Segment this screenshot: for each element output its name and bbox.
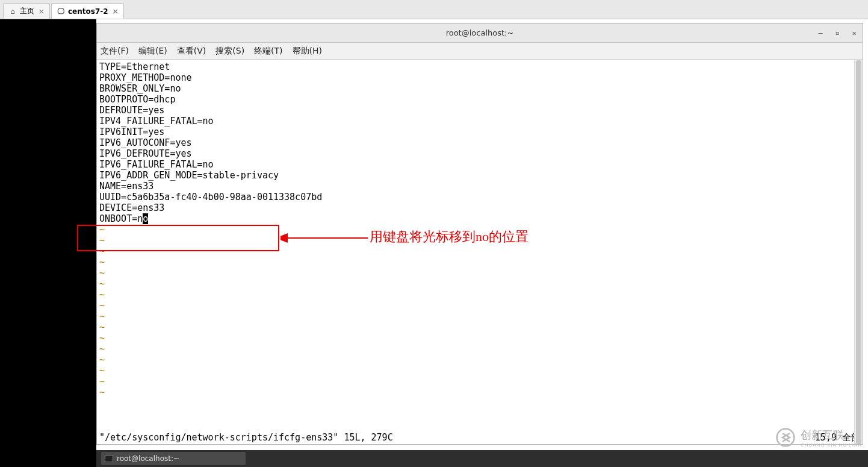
- close-button[interactable]: ✕: [849, 29, 859, 37]
- watermark-text-top: 创新互联: [801, 428, 862, 442]
- config-line: BOOTPROTO=dhcp: [99, 94, 860, 105]
- terminal-body[interactable]: TYPE=EthernetPROXY_METHOD=noneBROWSER_ON…: [97, 60, 863, 444]
- config-line: IPV6_DEFROUTE=yes: [99, 148, 860, 159]
- terminal-menubar: 文件(F) 编辑(E) 查看(V) 搜索(S) 终端(T) 帮助(H): [97, 43, 863, 60]
- config-line: IPV6INIT=yes: [99, 127, 860, 137]
- vm-sidebar: [0, 19, 96, 467]
- vm-icon: 🖵: [57, 7, 65, 16]
- maximize-button[interactable]: ▫: [832, 29, 842, 37]
- config-line: BROWSER_ONLY=no: [99, 83, 860, 94]
- vim-status-line: "/etc/sysconfig/network-scripts/ifcfg-en…: [99, 432, 860, 443]
- window-titlebar: root@localhost:~ — ▫ ✕: [97, 24, 863, 43]
- scrollbar-thumb[interactable]: [856, 60, 861, 444]
- watermark-logo-icon: [775, 427, 796, 448]
- config-line: NAME=ens33: [99, 181, 860, 192]
- menu-terminal[interactable]: 终端(T): [254, 46, 282, 57]
- svg-point-1: [777, 429, 795, 447]
- tab-home-label: 主页: [20, 6, 34, 16]
- window-title: root@localhost:~: [446, 28, 514, 37]
- vim-empty-line: ~: [99, 376, 860, 387]
- vim-empty-line: ~: [99, 300, 860, 311]
- gnome-taskbar: root@localhost:~: [96, 450, 868, 467]
- watermark: 创新互联 CHUANG XIN HU LIAN: [775, 427, 862, 448]
- terminal-icon: [105, 455, 113, 462]
- vim-empty-line: ~: [99, 224, 860, 235]
- terminal-scrollbar[interactable]: [854, 60, 863, 444]
- workstation-tab-bar: ⌂ 主页 × 🖵 centos7-2 ×: [0, 0, 868, 19]
- config-line: IPV6_ADDR_GEN_MODE=stable-privacy: [99, 170, 860, 181]
- menu-file[interactable]: 文件(F): [101, 46, 129, 57]
- config-line: TYPE=Ethernet: [99, 61, 860, 72]
- tab-vm-centos[interactable]: 🖵 centos7-2 ×: [51, 3, 124, 19]
- vim-empty-line: ~: [99, 333, 860, 343]
- vim-empty-line: ~: [99, 257, 860, 268]
- text-cursor: o: [143, 213, 148, 224]
- taskbar-item-terminal[interactable]: root@localhost:~: [101, 452, 246, 465]
- config-line: DEVICE=ens33: [99, 202, 860, 213]
- vim-empty-line: ~: [99, 354, 860, 365]
- home-icon: ⌂: [8, 7, 17, 16]
- tab-vm-label: centos7-2: [68, 7, 108, 16]
- close-icon[interactable]: ×: [111, 7, 120, 16]
- watermark-text-bottom: CHUANG XIN HU LIAN: [801, 442, 862, 448]
- vim-empty-line: ~: [99, 278, 860, 289]
- menu-view[interactable]: 查看(V): [177, 46, 206, 57]
- tab-home[interactable]: ⌂ 主页 ×: [3, 3, 50, 19]
- vim-empty-line: ~: [99, 289, 860, 300]
- vim-empty-line: ~: [99, 343, 860, 354]
- config-line: IPV6_AUTOCONF=yes: [99, 137, 860, 148]
- vim-empty-line: ~: [99, 322, 860, 333]
- menu-search[interactable]: 搜索(S): [215, 46, 244, 57]
- config-line: IPV4_FAILURE_FATAL=no: [99, 116, 860, 127]
- vim-empty-line: ~: [99, 311, 860, 322]
- menu-help[interactable]: 帮助(H): [293, 46, 322, 57]
- config-line: DEFROUTE=yes: [99, 105, 860, 116]
- vim-empty-line: ~: [99, 246, 860, 257]
- terminal-window: root@localhost:~ — ▫ ✕ 文件(F) 编辑(E) 查看(V)…: [96, 23, 863, 445]
- config-line-cursor: ONBOOT=no: [99, 213, 860, 224]
- minimize-button[interactable]: —: [816, 29, 825, 37]
- vim-empty-line: ~: [99, 268, 860, 278]
- vim-empty-line: ~: [99, 387, 860, 398]
- vim-empty-line: ~: [99, 235, 860, 246]
- config-line: UUID=c5a6b35a-fc40-4b00-98aa-0011338c07b…: [99, 192, 860, 202]
- taskbar-item-label: root@localhost:~: [117, 454, 179, 463]
- config-line: IPV6_FAILURE_FATAL=no: [99, 159, 860, 170]
- config-line: PROXY_METHOD=none: [99, 72, 860, 83]
- menu-edit[interactable]: 编辑(E): [138, 46, 167, 57]
- vim-empty-line: ~: [99, 365, 860, 376]
- status-left: "/etc/sysconfig/network-scripts/ifcfg-en…: [99, 432, 393, 443]
- close-icon[interactable]: ×: [37, 7, 46, 16]
